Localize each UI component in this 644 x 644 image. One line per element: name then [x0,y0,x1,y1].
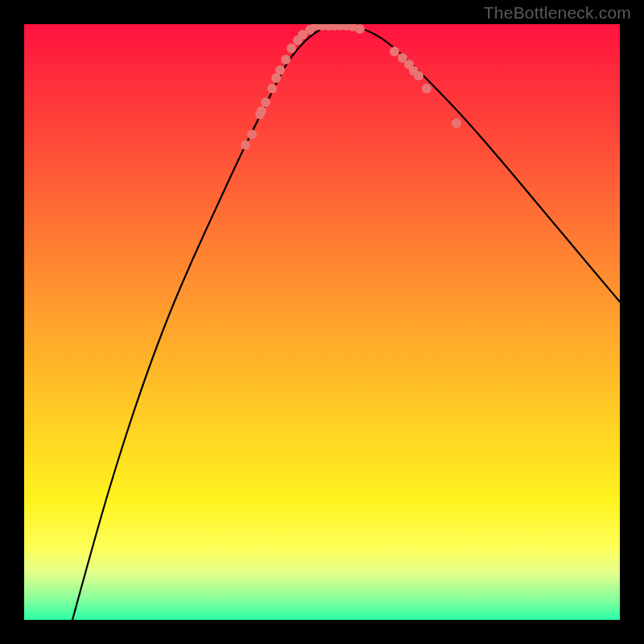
watermark-text: TheBottleneck.com [484,3,631,23]
curve-marker [422,84,431,93]
curve-marker [247,130,257,139]
plot-area [24,24,620,620]
curve-marker [281,55,291,64]
chart-frame: TheBottleneck.com [0,0,644,644]
curve-marker [267,84,277,93]
curve-marker [261,97,270,107]
curve-marker [390,47,399,56]
curve-marker [452,118,461,128]
curve-marker [257,106,266,116]
chart-svg [24,24,620,620]
curve-marker [414,71,423,80]
curve-marker [241,140,250,150]
curve-marker [355,24,365,34]
bottleneck-curve [72,26,620,620]
curve-marker [287,43,296,53]
curve-markers [241,24,461,150]
curve-marker [275,65,285,75]
